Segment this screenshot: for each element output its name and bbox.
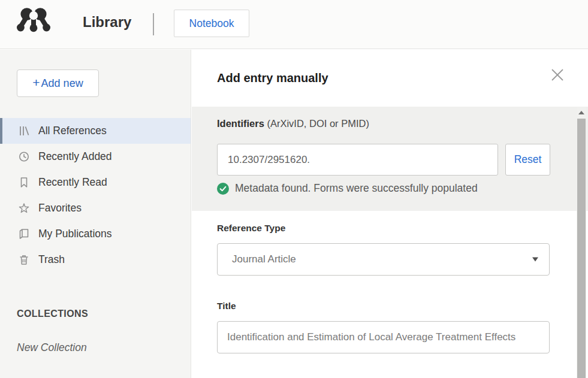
reference-type-label: Reference Type <box>217 223 285 234</box>
scrollbar-thumb[interactable] <box>577 119 586 378</box>
reset-button[interactable]: Reset <box>505 144 550 176</box>
panel-title: Add entry manually <box>217 71 328 85</box>
new-collection-link[interactable]: New Collection <box>17 341 87 354</box>
sidebar-item-label: All References <box>38 125 107 137</box>
star-icon <box>18 202 30 214</box>
identifiers-label-hint: (ArXivID, DOI or PMID) <box>264 118 369 129</box>
title-label: Title <box>217 301 236 312</box>
reference-type-select[interactable]: Journal Article <box>217 243 550 276</box>
sidebar-item-favorites[interactable]: Favorites <box>0 195 191 221</box>
sidebar-item-label: Recently Read <box>38 176 107 189</box>
close-icon[interactable] <box>547 65 568 86</box>
sidebar-item-recently-read[interactable]: Recently Read <box>0 170 191 195</box>
trash-icon <box>18 253 30 266</box>
sidebar-item-label: Trash <box>38 253 65 266</box>
identifiers-section: Identifiers (ArXivID, DOI or PMID) Reset… <box>192 107 588 211</box>
page-title: Library <box>83 14 131 31</box>
publications-icon <box>18 228 30 240</box>
identifier-input[interactable] <box>217 144 498 176</box>
metadata-status: Metadata found. Forms were successfully … <box>217 182 478 195</box>
add-entry-panel: Add entry manually Identifiers (ArXivID,… <box>192 50 588 378</box>
collections-heading: COLLECTIONS <box>17 309 88 319</box>
scroll-up-icon[interactable] <box>577 107 586 118</box>
sidebar-item-all-references[interactable]: All References <box>0 118 191 144</box>
sidebar-nav: All References Recently Added Recently R… <box>0 118 191 273</box>
scrollbar[interactable] <box>577 107 586 378</box>
sidebar: + Add new All References Recently Added <box>0 50 191 378</box>
check-circle-icon <box>217 183 229 195</box>
bookmark-icon <box>18 176 30 189</box>
sidebar-item-recently-added[interactable]: Recently Added <box>0 144 191 170</box>
reference-type-value: Journal Article <box>232 253 296 265</box>
library-icon <box>18 125 30 137</box>
add-new-label: Add new <box>41 77 83 90</box>
sidebar-item-label: My Publications <box>38 228 112 240</box>
clock-icon <box>18 150 30 163</box>
sidebar-item-label: Favorites <box>38 202 82 214</box>
topbar-divider <box>153 13 154 35</box>
sidebar-item-trash[interactable]: Trash <box>0 247 191 273</box>
notebook-button[interactable]: Notebook <box>174 10 249 37</box>
plus-icon: + <box>32 75 40 90</box>
status-message: Metadata found. Forms were successfully … <box>235 182 478 195</box>
identifiers-label-bold: Identifiers <box>217 118 264 129</box>
add-new-button[interactable]: + Add new <box>17 69 99 97</box>
identifiers-label: Identifiers (ArXivID, DOI or PMID) <box>217 118 369 129</box>
chevron-down-icon <box>532 258 538 262</box>
topbar: Library Notebook <box>0 0 588 49</box>
sidebar-item-my-publications[interactable]: My Publications <box>0 221 191 247</box>
sidebar-item-label: Recently Added <box>38 150 112 163</box>
title-input[interactable] <box>217 321 550 353</box>
mendeley-logo-icon <box>17 5 50 35</box>
